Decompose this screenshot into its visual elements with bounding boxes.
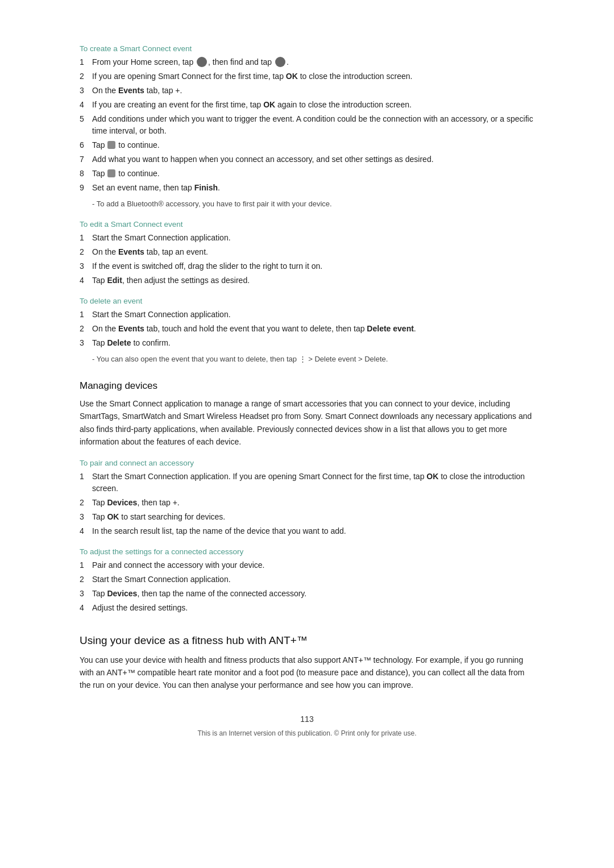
footer-note: This is an Internet version of this publ…	[80, 729, 534, 737]
settings-icon	[275, 57, 285, 67]
list-item: 1 Start the Smart Connection application…	[80, 309, 534, 321]
edit-event-heading: To edit a Smart Connect event	[80, 220, 534, 229]
delete-event-steps: 1 Start the Smart Connection application…	[80, 309, 534, 349]
list-item: 2 On the Events tab, touch and hold the …	[80, 323, 534, 335]
adjust-settings-steps: 1 Pair and connect the accessory with yo…	[80, 559, 534, 614]
managing-devices-section: Managing devices Use the Smart Connect a…	[80, 380, 534, 448]
page-number: 113	[80, 715, 534, 724]
create-event-note: To add a Bluetooth® accessory, you have …	[92, 198, 534, 210]
pair-connect-steps: 1 Start the Smart Connection application…	[80, 471, 534, 537]
create-event-section: To create a Smart Connect event 1 From y…	[80, 44, 534, 210]
list-item: 3 Tap Delete to confirm.	[80, 337, 534, 349]
managing-devices-title: Managing devices	[80, 380, 534, 392]
page-content: To create a Smart Connect event 1 From y…	[0, 0, 614, 783]
list-item: 4 In the search result list, tap the nam…	[80, 525, 534, 537]
list-item: 7 Add what you want to happen when you c…	[80, 153, 534, 165]
fitness-hub-title: Using your device as a fitness hub with …	[80, 634, 534, 647]
adjust-settings-section: To adjust the settings for a connected a…	[80, 547, 534, 614]
list-item: 3 On the Events tab, tap +.	[80, 85, 534, 97]
list-item: 3 If the event is switched off, drag the…	[80, 260, 534, 272]
list-item: 1 Pair and connect the accessory with yo…	[80, 559, 534, 571]
list-item: 4 Adjust the desired settings.	[80, 602, 534, 614]
next-icon	[107, 141, 115, 149]
pair-connect-heading: To pair and connect an accessory	[80, 459, 534, 467]
delete-event-heading: To delete an event	[80, 297, 534, 305]
list-item: 4 If you are creating an event for the f…	[80, 99, 534, 111]
grid-icon	[197, 57, 207, 67]
list-item: 2 If you are opening Smart Connect for t…	[80, 70, 534, 82]
edit-event-section: To edit a Smart Connect event 1 Start th…	[80, 220, 534, 286]
next-icon-2	[107, 169, 115, 177]
create-event-heading: To create a Smart Connect event	[80, 44, 534, 53]
list-item: 2 Start the Smart Connection application…	[80, 574, 534, 585]
list-item: 1 Start the Smart Connection application…	[80, 471, 534, 495]
list-item: 1 From your Home screen, tap , then find…	[80, 56, 534, 68]
list-item: 2 On the Events tab, tap an event.	[80, 246, 534, 258]
list-item: 2 Tap Devices, then tap +.	[80, 497, 534, 509]
list-item: 4 Tap Edit, then adjust the settings as …	[80, 275, 534, 286]
managing-devices-body: Use the Smart Connect application to man…	[80, 397, 534, 448]
edit-event-steps: 1 Start the Smart Connection application…	[80, 232, 534, 286]
list-item: 3 Tap OK to start searching for devices.	[80, 511, 534, 523]
list-item: 9 Set an event name, then tap Finish.	[80, 182, 534, 194]
list-item: 1 Start the Smart Connection application…	[80, 232, 534, 244]
list-item: 8 Tap to continue.	[80, 168, 534, 180]
create-event-steps: 1 From your Home screen, tap , then find…	[80, 56, 534, 194]
fitness-hub-body: You can use your device with health and …	[80, 654, 534, 692]
list-item: 5 Add conditions under which you want to…	[80, 113, 534, 137]
list-item: 6 Tap to continue.	[80, 139, 534, 151]
adjust-settings-heading: To adjust the settings for a connected a…	[80, 547, 534, 556]
delete-event-section: To delete an event 1 Start the Smart Con…	[80, 297, 534, 365]
fitness-hub-section: Using your device as a fitness hub with …	[80, 634, 534, 692]
delete-event-note: You can also open the event that you wan…	[92, 354, 534, 365]
pair-connect-section: To pair and connect an accessory 1 Start…	[80, 459, 534, 537]
list-item: 3 Tap Devices, then tap the name of the …	[80, 588, 534, 600]
